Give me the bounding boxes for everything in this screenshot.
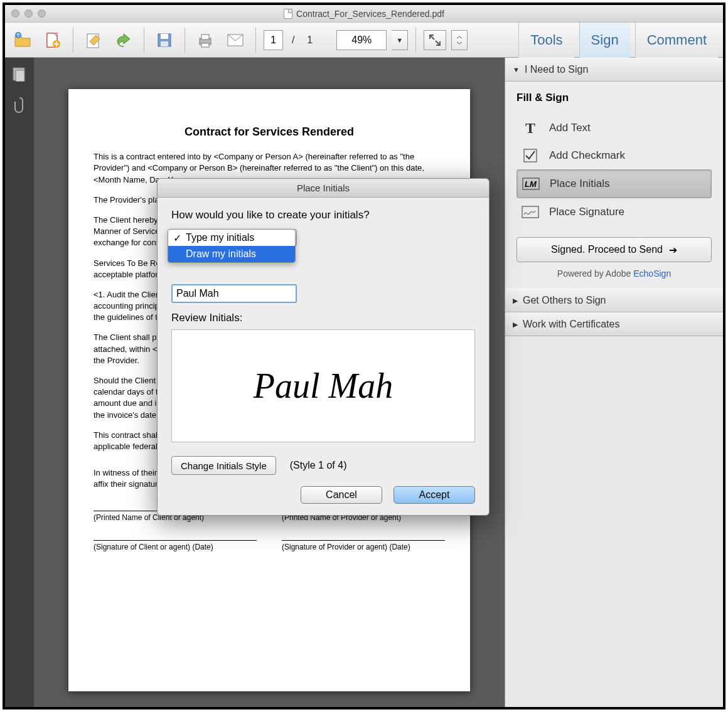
tool-label: Place Signature xyxy=(549,206,624,218)
checkmark-icon xyxy=(522,148,539,163)
attachments-icon[interactable] xyxy=(13,97,26,113)
tool-add-text[interactable]: T Add Text xyxy=(517,114,712,142)
tool-label: Add Checkmark xyxy=(549,149,625,162)
svg-text:LM: LM xyxy=(525,179,537,189)
window-controls xyxy=(5,9,46,18)
powered-by: Powered by Adobe EchoSign xyxy=(517,268,712,279)
chevron-down-icon: ▼ xyxy=(513,66,520,73)
section-label: I Need to Sign xyxy=(525,64,588,75)
preview-text: Paul Mah xyxy=(254,366,393,406)
document-icon xyxy=(284,9,292,19)
zoom-input[interactable]: 49% xyxy=(336,30,387,50)
tool-label: Add Text xyxy=(549,122,591,134)
svg-rect-5 xyxy=(161,34,168,39)
dropdown-menu: Type my initials Draw my initials xyxy=(168,229,296,263)
save-button[interactable] xyxy=(152,28,177,53)
svg-rect-12 xyxy=(16,70,24,82)
tab-sign[interactable]: Sign xyxy=(579,23,630,58)
arrow-right-icon: ➔ xyxy=(669,244,677,256)
option-type-initials[interactable]: Type my initials xyxy=(168,230,295,246)
tab-comment[interactable]: Comment xyxy=(635,23,718,58)
window-title: Contract_For_Services_Rendered.pdf xyxy=(296,9,444,19)
dialog-title: Place Initials xyxy=(158,179,489,198)
text-icon: T xyxy=(522,120,539,135)
style-counter: (Style 1 of 4) xyxy=(290,460,347,471)
thumbnails-icon[interactable] xyxy=(12,66,27,82)
zoom-icon[interactable] xyxy=(38,9,46,18)
close-icon[interactable] xyxy=(11,9,19,18)
section-i-need-to-sign[interactable]: ▼ I Need to Sign xyxy=(505,58,723,82)
review-label: Review Initials: xyxy=(171,312,475,324)
edit-button[interactable] xyxy=(81,28,106,53)
change-style-button[interactable]: Change Initials Style xyxy=(171,456,276,475)
proceed-button[interactable]: Signed. Proceed to Send ➔ xyxy=(517,237,712,262)
svg-rect-6 xyxy=(161,41,168,46)
section-get-others[interactable]: ▶ Get Others to Sign xyxy=(505,289,723,312)
signature-icon xyxy=(522,205,539,220)
tab-tools[interactable]: Tools xyxy=(518,23,574,58)
fit-page-button[interactable] xyxy=(424,30,446,50)
option-draw-initials[interactable]: Draw my initials xyxy=(168,246,295,262)
fill-sign-heading: Fill & Sign xyxy=(517,92,712,104)
tool-place-signature[interactable]: Place Signature xyxy=(517,198,712,226)
view-dropdown[interactable] xyxy=(451,30,468,50)
initials-name-input[interactable] xyxy=(171,284,297,303)
page-current-input[interactable]: 1 xyxy=(264,30,283,50)
titlebar: Contract_For_Services_Rendered.pdf xyxy=(5,5,723,23)
doc-heading: Contract for Services Rendered xyxy=(94,124,445,140)
tool-add-checkmark[interactable]: Add Checkmark xyxy=(517,142,712,169)
create-button[interactable] xyxy=(40,28,65,53)
initials-icon: LM xyxy=(522,176,540,191)
proceed-label: Signed. Proceed to Send xyxy=(551,244,663,255)
section-label: Get Others to Sign xyxy=(523,295,606,306)
sig-label: (Signature of Client or agent) (Date) xyxy=(94,542,257,553)
svg-rect-9 xyxy=(201,43,209,47)
sig-label: (Signature of Provider or agent) (Date) xyxy=(282,542,445,553)
minimize-icon[interactable] xyxy=(24,9,33,18)
print-button[interactable] xyxy=(193,28,218,53)
place-initials-dialog: Place Initials How would you like to cre… xyxy=(157,178,490,516)
fill-sign-body: Fill & Sign T Add Text Add Checkmark LM … xyxy=(505,82,723,289)
zoom-dropdown[interactable]: ▼ xyxy=(392,30,408,50)
initials-preview: Paul Mah xyxy=(171,329,475,442)
dialog-question: How would you like to create your initia… xyxy=(171,209,475,221)
powered-text: Powered by Adobe xyxy=(557,268,633,279)
left-rail xyxy=(5,58,34,707)
svg-rect-8 xyxy=(201,35,209,40)
cancel-button[interactable]: Cancel xyxy=(301,486,382,504)
section-label: Work with Certificates xyxy=(523,319,619,330)
open-button[interactable] xyxy=(10,28,35,53)
echosign-link[interactable]: EchoSign xyxy=(633,268,671,279)
page-total: 1 xyxy=(303,35,316,46)
section-certificates[interactable]: ▶ Work with Certificates xyxy=(505,312,723,336)
page-separator: / xyxy=(288,35,298,46)
accept-button[interactable]: Accept xyxy=(393,486,475,504)
chevron-right-icon: ▶ xyxy=(513,297,518,305)
toolbar: 1 / 1 49% ▼ Tools Sign Comment xyxy=(5,23,723,58)
share-button[interactable] xyxy=(111,28,136,53)
tool-label: Place Initials xyxy=(550,178,609,190)
email-button[interactable] xyxy=(223,28,248,53)
sign-panel: ▼ I Need to Sign Fill & Sign T Add Text … xyxy=(505,58,723,707)
chevron-right-icon: ▶ xyxy=(513,321,518,329)
tool-place-initials[interactable]: LM Place Initials xyxy=(517,169,712,198)
